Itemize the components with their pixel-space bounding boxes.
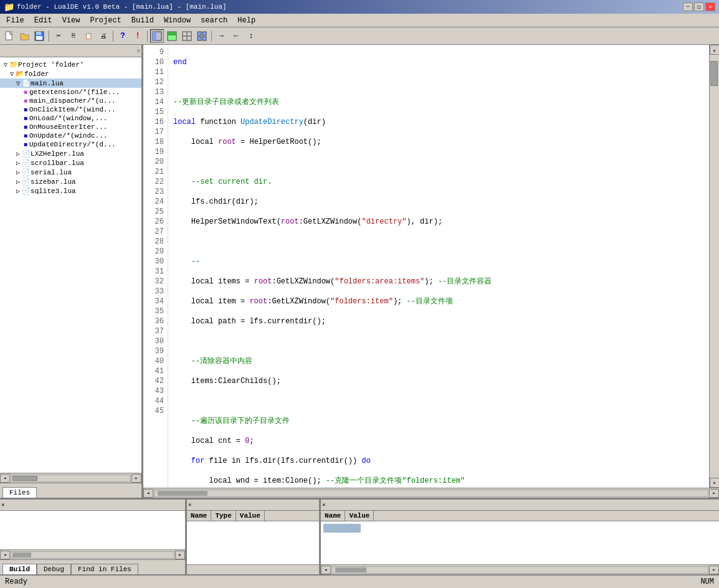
ll-hscroll-right[interactable]: ▸: [175, 551, 185, 559]
menu-view[interactable]: View: [57, 15, 85, 26]
tree-updatedirectry[interactable]: ■ UpdateDirectry/*(d...: [0, 140, 141, 149]
fn3-label: OnClickItem/*(wind...: [29, 106, 116, 113]
lm-close-icon[interactable]: ✕: [188, 501, 191, 508]
folder-label: folder: [24, 70, 49, 78]
toggle-btn4[interactable]: [195, 29, 209, 43]
project-icon: 📁: [9, 60, 18, 69]
menu-project[interactable]: Project: [85, 15, 126, 26]
paste-button[interactable]: 📋: [82, 29, 95, 43]
tree-maindispacher[interactable]: ■ main_dispacher/*(u...: [0, 97, 141, 105]
filetree-close-icon[interactable]: ✕: [137, 47, 140, 54]
tree-sqlite3[interactable]: ▷ 📄 sqlite3.lua: [0, 186, 141, 196]
lr-hscroll-left[interactable]: ◂: [321, 566, 331, 574]
tree-onclickitem[interactable]: ■ OnClickItem/*(wind...: [0, 105, 141, 114]
tree-sizebar[interactable]: ▷ 📄 sizebar.lua: [0, 177, 141, 186]
folder-icon: 📂: [16, 70, 24, 78]
lower-mid-panel: ✕ Name Type Value: [187, 500, 321, 574]
menu-search[interactable]: search: [196, 15, 232, 26]
svg-rect-2: [36, 32, 41, 35]
lower-left-content: [0, 511, 185, 549]
lr-hscroll-right[interactable]: ▸: [709, 566, 719, 574]
minimize-button[interactable]: ─: [683, 2, 693, 11]
warning-button[interactable]: !: [131, 29, 145, 43]
new-button[interactable]: [2, 29, 16, 43]
filetree-content[interactable]: ▽ 📁 Project 'folder' ▽ 📂 folder ▽ 📄 ma: [0, 57, 141, 473]
right-data-area: [321, 521, 719, 535]
debug-tab[interactable]: Debug: [37, 564, 71, 574]
hscroll-track: [11, 475, 131, 482]
ll-hscroll-left[interactable]: ◂: [0, 551, 10, 559]
editor-hscroll-thumb[interactable]: [158, 491, 207, 496]
ll-hscroll-thumb[interactable]: [12, 552, 31, 557]
menu-build[interactable]: Build: [126, 15, 159, 26]
sep1: [49, 31, 49, 42]
filetree-panel: ✕ ▽ 📁 Project 'folder' ▽ 📂 folder: [0, 45, 143, 498]
build-tab[interactable]: Build: [2, 564, 37, 574]
print-button[interactable]: 🖨: [97, 29, 110, 43]
ll-close-icon[interactable]: ✕: [1, 501, 4, 508]
toggle-btn1[interactable]: [150, 29, 164, 43]
status-text: Ready: [5, 577, 27, 586]
toggle-btn2[interactable]: [165, 29, 179, 43]
vscroll-down-btn[interactable]: ▾: [710, 478, 720, 488]
hscroll-left-btn[interactable]: ◂: [0, 474, 10, 483]
lr-hscroll-thumb[interactable]: [335, 567, 366, 572]
files-tab[interactable]: Files: [2, 487, 37, 498]
svg-rect-12: [202, 32, 206, 36]
app-icon: 📁: [4, 2, 14, 12]
tree-getextension[interactable]: ■ getextension/*(file...: [0, 88, 141, 97]
lr-close-icon[interactable]: ✕: [322, 501, 325, 508]
tree-onload[interactable]: ■ OnLoad/*(window,...: [0, 114, 141, 123]
nav-back-button[interactable]: ←: [229, 29, 243, 43]
editor-hscroll-left[interactable]: ◂: [143, 489, 153, 498]
title-text: folder - LualDE v1.0 Beta - [main.lua] -…: [17, 3, 227, 11]
hscroll-right-btn[interactable]: ▸: [131, 474, 141, 483]
copy-button[interactable]: ⎘: [67, 29, 80, 43]
fn3-icon: ■: [24, 107, 27, 113]
code-area[interactable]: end --更新目录子目录或者文件列表 local function Updat…: [168, 45, 709, 488]
ll-hscroll[interactable]: ◂ ▸: [0, 549, 185, 559]
vscroll-up-btn[interactable]: ▴: [710, 45, 720, 55]
fn5-label: OnMouseEnterIter...: [29, 123, 107, 131]
fn7-label: UpdateDirectry/*(d...: [29, 141, 116, 148]
open-button[interactable]: [17, 29, 31, 43]
lower-pane: ✕ ◂ ▸ Build Debug Find in Files ✕: [0, 500, 719, 574]
tree-scrollbar[interactable]: ▷ 📄 scrollbar.lua: [0, 158, 141, 168]
filetree-hscroll[interactable]: ◂ ▸: [0, 473, 141, 483]
lm-hscroll[interactable]: [187, 564, 319, 574]
sep3: [147, 31, 148, 42]
nav-forward-button[interactable]: →: [214, 29, 228, 43]
restore-button[interactable]: ◻: [694, 2, 704, 11]
tree-lxzhelper[interactable]: ▷ 📄 LXZHelper.lua: [0, 149, 141, 158]
lower-right-toolbar: ✕: [321, 500, 719, 511]
menu-edit[interactable]: Edit: [29, 15, 57, 26]
close-button[interactable]: ✕: [705, 2, 715, 11]
vscroll-thumb[interactable]: [710, 61, 718, 86]
fn2-label: main_dispacher/*(u...: [29, 97, 116, 105]
editor-content[interactable]: 9 10 11 12 13 14 15 16 17 18 19 20 21 22…: [143, 45, 719, 488]
main-area: ✕ ▽ 📁 Project 'folder' ▽ 📂 folder: [0, 45, 719, 574]
tree-onupdate[interactable]: ■ OnUpdate/*(windc...: [0, 131, 141, 140]
mid-col-value: Value: [236, 511, 265, 521]
editor-hscroll[interactable]: ◂ ▸: [143, 488, 719, 498]
cut-button[interactable]: ✂: [52, 29, 65, 43]
menu-file[interactable]: File: [1, 15, 29, 26]
menu-help[interactable]: Help: [232, 15, 260, 26]
help-button[interactable]: ?: [116, 29, 130, 43]
nav-up-button[interactable]: ↕: [244, 29, 258, 43]
menu-window[interactable]: Window: [159, 15, 196, 26]
tree-project-root[interactable]: ▽ 📁 Project 'folder': [0, 60, 141, 69]
project-label: Project 'folder': [18, 61, 84, 69]
hscroll-thumb[interactable]: [12, 476, 37, 481]
menubar: File Edit View Project Build Window sear…: [0, 14, 719, 27]
tree-onmouseenter[interactable]: ■ OnMouseEnterIter...: [0, 123, 141, 131]
tree-folder[interactable]: ▽ 📂 folder: [0, 69, 141, 78]
sb-expand-icon: ▷: [16, 159, 20, 167]
lr-hscroll[interactable]: ◂ ▸: [321, 564, 719, 574]
editor-hscroll-right[interactable]: ▸: [709, 489, 719, 498]
save-button[interactable]: [32, 29, 46, 43]
toggle-btn3[interactable]: [180, 29, 194, 43]
tree-mainlua[interactable]: ▽ 📄 main.lua: [0, 78, 141, 88]
tree-serial[interactable]: ▷ 📄 serial.lua: [0, 168, 141, 177]
find-in-files-tab[interactable]: Find in Files: [71, 564, 138, 574]
